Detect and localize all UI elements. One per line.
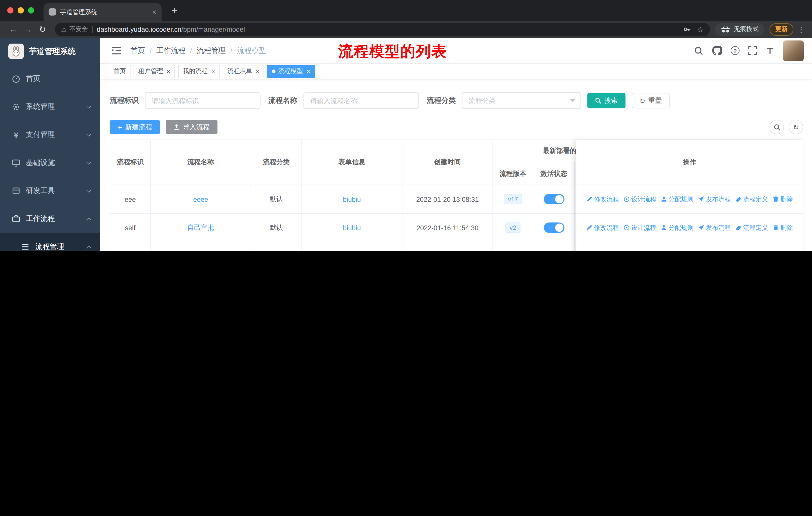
publish-process-button[interactable]: 发布流程 — [698, 195, 731, 203]
url-text: dashboard.yudao.iocoder.cn/bpm/manager/m… — [97, 25, 678, 33]
new-tab-button[interactable]: + — [168, 4, 181, 16]
close-window-button[interactable] — [7, 7, 13, 13]
tab-title: 芋道管理系统 — [60, 7, 148, 17]
github-icon[interactable] — [712, 46, 722, 55]
search-icon[interactable] — [694, 46, 703, 55]
tab-tenant-mgmt[interactable]: 租户管理 × — [134, 64, 175, 78]
browser-update-button[interactable]: 更新 — [770, 23, 793, 35]
design-process-button[interactable]: 设计流程 — [624, 223, 656, 232]
active-toggle[interactable] — [544, 222, 564, 233]
process-category-select[interactable]: 流程分类 — [462, 92, 581, 109]
col-header-name: 流程名称 — [151, 140, 251, 185]
assign-rule-button[interactable]: 分配规则 — [661, 195, 693, 203]
form-link[interactable]: biubiu — [343, 195, 361, 203]
tab-process-model[interactable]: 流程模型 × — [267, 64, 315, 78]
app-title: 芋道管理系统 — [29, 46, 76, 56]
row-actions: 修改流程 设计流程 分配规则 发布流程 流程定义 删除 — [576, 185, 803, 214]
process-definition-button[interactable]: 流程定义 — [735, 195, 768, 203]
tags-view-bar: 首页 租户管理 × 我的流程 × 流程表单 × 流程模型 × — [100, 64, 812, 79]
col-header-id: 流程标识 — [110, 140, 150, 185]
form-link[interactable]: biubiu — [343, 224, 361, 232]
create-process-button[interactable]: + 新建流程 — [110, 120, 160, 134]
close-tab-icon[interactable]: × — [256, 68, 259, 75]
close-tab-icon[interactable]: × — [307, 68, 310, 75]
monitor-icon — [11, 159, 21, 167]
reset-button[interactable]: ↻ 重置 — [632, 93, 670, 108]
process-definition-button[interactable]: 流程定义 — [735, 223, 768, 232]
fullscreen-icon[interactable] — [748, 46, 757, 55]
annotation-text: 流程模型的列表 — [338, 42, 447, 62]
tab-home[interactable]: 首页 — [109, 64, 130, 78]
col-header-form: 表单信息 — [302, 140, 402, 185]
address-bar[interactable]: ⚠ 不安全 dashboard.yudao.iocoder.cn/bpm/man… — [55, 23, 710, 36]
sidebar-item-devtools[interactable]: 研发工具 — [0, 177, 100, 205]
process-name-input[interactable] — [303, 92, 419, 109]
browser-menu-icon[interactable]: ⋮ — [796, 25, 806, 34]
window-controls — [7, 7, 34, 13]
plus-icon: + — [118, 123, 122, 131]
close-tab-icon[interactable]: × — [211, 68, 215, 75]
toggle-search-button[interactable] — [770, 120, 784, 134]
assign-rule-button[interactable]: 分配规则 — [661, 223, 693, 232]
sidebar-item-workflow[interactable]: 工作流程 — [0, 205, 100, 233]
col-header-version: 流程版本 — [493, 162, 533, 185]
process-name-link[interactable]: 自己审批 — [187, 223, 214, 232]
chevron-down-icon — [86, 187, 91, 192]
security-indicator[interactable]: ⚠ 不安全 — [61, 25, 88, 34]
table-toolbar: + 新建流程 导入流程 ↻ — [110, 120, 803, 134]
app-logo[interactable]: 芋道管理系统 — [0, 38, 100, 65]
dashboard-icon — [11, 75, 21, 83]
sidebar-item-process-management[interactable]: 流程管理 — [0, 233, 100, 251]
sidebar-item-system[interactable]: 系统管理 — [0, 93, 100, 121]
incognito-icon — [721, 26, 730, 33]
tab-my-process[interactable]: 我的流程 × — [178, 64, 220, 78]
close-tab-icon[interactable]: × — [167, 68, 170, 75]
refresh-table-button[interactable]: ↻ — [789, 120, 803, 134]
process-name-link[interactable]: eeee — [193, 195, 208, 203]
password-key-icon[interactable] — [683, 25, 691, 33]
minimize-window-button[interactable] — [18, 7, 24, 13]
delete-process-button[interactable]: 删除 — [773, 223, 793, 232]
sidebar-item-payment[interactable]: ¥ 支付管理 — [0, 121, 100, 149]
back-button[interactable]: ← — [6, 25, 21, 34]
help-icon[interactable]: ? — [731, 46, 740, 55]
browser-tab[interactable]: 芋道管理系统 × — [44, 3, 162, 21]
sidebar-fold-icon[interactable] — [112, 46, 121, 55]
maximize-window-button[interactable] — [28, 7, 34, 13]
font-size-icon[interactable] — [766, 46, 774, 55]
incognito-badge: 无痕模式 — [715, 23, 764, 36]
sidebar: 芋道管理系统 首页 系统管理 ¥ 支付管理 — [0, 38, 100, 251]
operations-column: 操作 修改流程 设计流程 分配规则 发布流程 流程定义 删除 修改流程 设计流程 — [576, 140, 803, 251]
toolbox-icon — [11, 187, 21, 195]
breadcrumb-current: 流程模型 — [237, 46, 266, 55]
browser-toolbar: ← → ↻ ⚠ 不安全 dashboard.yudao.iocoder.cn/b… — [0, 21, 812, 38]
upload-icon — [173, 124, 180, 131]
forward-button[interactable]: → — [21, 25, 35, 34]
breadcrumb: 首页 / 工作流程 / 流程管理 / 流程模型 — [130, 46, 266, 55]
version-badge: v2 — [505, 222, 520, 233]
edit-process-button[interactable]: 修改流程 — [586, 195, 619, 203]
process-id-input[interactable] — [145, 92, 261, 109]
sidebar-item-infrastructure[interactable]: 基础设施 — [0, 149, 100, 177]
active-toggle[interactable] — [544, 194, 564, 204]
breadcrumb-home[interactable]: 首页 — [130, 46, 145, 55]
tab-close-icon[interactable]: × — [152, 8, 156, 16]
delete-process-button[interactable]: 删除 — [773, 195, 793, 203]
search-button[interactable]: 搜索 — [587, 93, 626, 108]
process-model-table: 流程标识 流程名称 流程分类 表单信息 创建时间 最新部署的流程定义 流程版本 … — [110, 140, 803, 251]
reload-button[interactable]: ↻ — [35, 24, 50, 34]
navbar-actions: ? — [694, 40, 804, 61]
breadcrumb-workflow[interactable]: 工作流程 — [156, 46, 185, 55]
bookmark-star-icon[interactable]: ☆ — [697, 25, 704, 34]
user-avatar[interactable] — [783, 40, 804, 61]
gear-icon — [11, 103, 21, 111]
active-dot — [272, 70, 276, 73]
edit-process-button[interactable]: 修改流程 — [586, 223, 619, 232]
sidebar-item-home[interactable]: 首页 — [0, 65, 100, 93]
publish-process-button[interactable]: 发布流程 — [698, 223, 731, 232]
design-process-button[interactable]: 设计流程 — [624, 195, 656, 203]
import-process-button[interactable]: 导入流程 — [166, 120, 218, 134]
tab-process-form[interactable]: 流程表单 × — [223, 64, 264, 78]
chevron-down-icon — [570, 99, 575, 102]
breadcrumb-process-mgmt[interactable]: 流程管理 — [197, 46, 226, 55]
